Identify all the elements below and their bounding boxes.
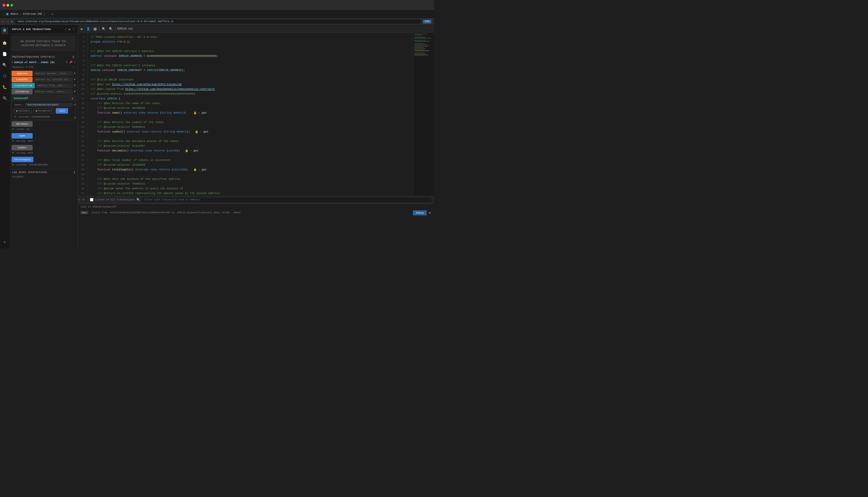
panel-header: DEPLOY & RUN TRANSACTIONS ✓ ▶ □ [10,25,77,34]
transferFrom-expand-icon[interactable]: ▼ [74,84,75,87]
tab-close-icon[interactable]: ✕ [44,13,45,15]
name-result: 0: string: UNIT [10,139,77,144]
owner-label: owner: [14,104,24,106]
vpn-badge: VPN [423,20,431,24]
low-level-section: Low level interactions ℹ CALLDATA [10,169,77,179]
console-actions: Debug ▼ [413,210,431,215]
collapse-bottom-icon[interactable]: ▾ [78,196,80,203]
transferFrom-button[interactable]: transferFrom [12,83,35,88]
listen-checkbox[interactable] [90,198,94,201]
run-button[interactable]: ▶ [80,26,84,31]
new-tab-button[interactable]: + [49,12,55,16]
balanceof-header[interactable]: balanceOf ▲ [12,96,75,101]
console-search-icon[interactable]: 🔍 [137,198,140,201]
fullscreen-button[interactable] [11,4,13,6]
tab-favicon: 🔷 [6,13,9,16]
approve-button[interactable]: approve [12,71,33,76]
mini-line [414,46,427,47]
console-log-row: call to IERC20.balanceOf [81,205,431,208]
mini-line [414,34,427,34]
balanceof-title: balanceOf [14,97,28,100]
editor-toolbar: ▶ 👤 ⬤ 🔍 🔍 IERC20.sol [78,25,434,33]
active-tab[interactable]: 🔷 Remix - Ethereum IDE ✕ [3,12,48,17]
mini-line [414,48,426,49]
allowance-button[interactable]: allowance [12,89,33,95]
call-button[interactable]: call [56,108,68,114]
mini-line [414,47,424,48]
zoom-out-button[interactable]: 🔍 [101,26,106,31]
owner-row: owner: [12,101,75,108]
contract-header[interactable]: ▼ IERC20 AT 0XFFF...F0001 (BI ⧉ 📌 ✕ [10,60,77,65]
mini-line [414,43,424,44]
activity-settings[interactable]: ⚙ [1,239,8,245]
expand-console-icon[interactable]: ▼ [428,211,431,215]
calldata-tab[interactable]: Calldata [14,109,32,113]
check-icon[interactable]: ✓ [65,27,67,31]
refresh-button[interactable]: ↻ [11,19,13,24]
transferFrom-row: transferFrom ▼ [12,83,75,88]
transfer-button[interactable]: transfer [12,77,33,82]
decimals-result: 0: uint8: 12 [10,128,77,132]
minimap-content [413,33,434,57]
transferFrom-params-input[interactable] [36,83,73,88]
activity-debug[interactable]: 🐛 [1,84,8,90]
calldata-dot [16,110,18,112]
owner-input[interactable] [25,103,73,107]
activity-home[interactable]: 🏠 [1,40,8,46]
activity-plugins[interactable]: 🔌 [1,95,8,101]
low-level-info-icon[interactable]: ℹ [74,171,75,174]
parameters-tab[interactable]: Parameters [33,109,54,113]
bottom-panel-top: ▾ 0 Listen on all transactions 🔍 [78,196,434,204]
activity-search[interactable]: 🔍 [1,61,8,68]
calldata-params-row: Calldata Parameters call [12,108,75,115]
back-button[interactable]: ← [3,19,5,24]
decimals-row: decimals [12,121,75,127]
minimize-button[interactable] [6,4,9,6]
copy-icon[interactable]: ⧉ [66,61,68,64]
play-icon[interactable]: ▶ [69,27,71,31]
line-numbers: 12345 678910 1112131415 1617181920 21222… [78,33,87,196]
transfer-params-input[interactable] [34,77,73,82]
mini-line [414,53,426,53]
close-button[interactable] [3,4,5,6]
close-contract-icon[interactable]: ✕ [74,61,75,64]
approve-params-input[interactable] [34,71,73,76]
symbol-button[interactable]: symbol [12,145,33,151]
arrow-2: ◀ 2 [74,101,75,107]
mini-line [414,37,426,37]
address-bar: ← → ↻ VPN [0,18,434,25]
file-name-label: IERC20.sol [117,27,133,30]
filter-input[interactable] [142,198,431,202]
debug-button[interactable]: Debug [413,210,427,215]
name-button[interactable]: name [12,133,33,139]
approve-row: approve ▼ [12,71,75,76]
zoom-in-button[interactable]: 🔍 [108,26,114,31]
balance-row: Balance: 0 ETH ✏ [10,65,77,70]
browser-chrome [0,0,434,11]
delete-icon[interactable]: 🗑 [72,55,75,59]
call-badge: CALL [81,211,88,214]
edit-balance-icon[interactable]: ✏ [73,66,74,69]
url-input[interactable] [15,19,421,24]
allowance-expand-icon[interactable]: ▼ [74,90,75,93]
activity-files[interactable]: 📄 [1,51,8,57]
remix-logo[interactable]: R [1,27,8,34]
account-button[interactable]: 👤 [85,26,91,31]
pin-icon[interactable]: 📌 [69,61,72,64]
symbol-row: symbol [12,145,75,151]
transfer-expand-icon[interactable]: ▼ [74,78,75,81]
activity-deploy[interactable]: ⬡ [1,73,8,80]
transfer-row: transfer ▼ [12,77,75,82]
stop-button[interactable]: ⬤ [93,26,98,31]
panel-settings-icon[interactable]: □ [73,27,75,31]
activity-bar: R 🏠 📄 🔍 ⬡ 🐛 🔌 ⚙ [0,25,10,248]
no-pinned-message: No pinned contracts found for selected w… [12,36,75,51]
code-content: // SPDX-License-Identifier: GPL-3.0-only… [87,33,413,196]
decimals-button[interactable]: decimals [12,121,33,127]
allowance-params-input[interactable] [34,89,73,94]
main-layout: R 🏠 📄 🔍 ⬡ 🐛 🔌 ⚙ DEPLOY & RUN TRANSACTION… [0,25,434,248]
code-area: 12345 678910 1112131415 1617181920 21222… [78,33,413,196]
forward-button[interactable]: → [7,19,9,24]
totalSupply-button[interactable]: totalSupply [12,157,33,162]
approve-expand-icon[interactable]: ▼ [74,72,75,75]
